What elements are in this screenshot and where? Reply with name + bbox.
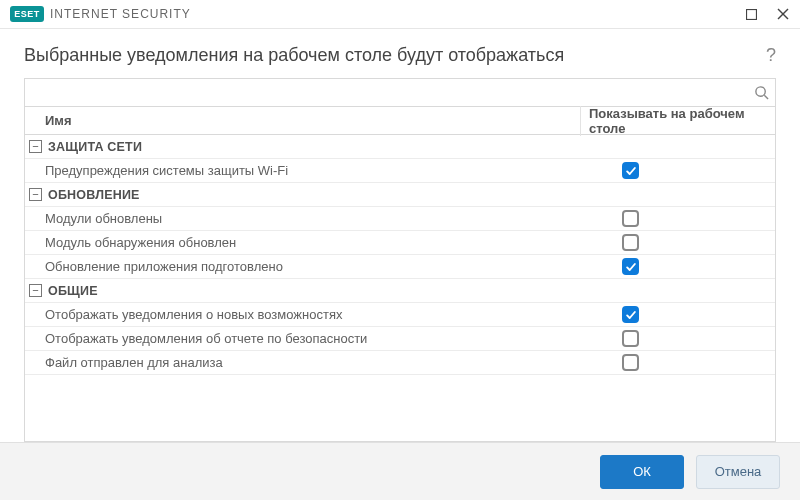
search-row xyxy=(25,79,775,107)
group-label: ОБЩИЕ xyxy=(48,284,98,298)
show-checkbox[interactable] xyxy=(622,162,639,179)
group-header-general: −ОБЩИЕ xyxy=(25,279,775,303)
notifications-panel: Имя Показывать на рабочем столе −ЗАЩИТА … xyxy=(24,78,776,442)
svg-line-4 xyxy=(764,95,768,99)
window-controls xyxy=(744,7,790,21)
notification-row: Отображать уведомления о новых возможнос… xyxy=(25,303,775,327)
notification-row: Файл отправлен для анализа xyxy=(25,351,775,375)
collapse-toggle[interactable]: − xyxy=(29,140,42,153)
cancel-button[interactable]: Отмена xyxy=(696,455,780,489)
notification-row: Модуль обнаружения обновлен xyxy=(25,231,775,255)
brand-logo: ESET INTERNET SECURITY xyxy=(10,6,191,22)
group-label: ОБНОВЛЕНИЕ xyxy=(48,188,140,202)
collapse-toggle[interactable]: − xyxy=(29,188,42,201)
search-icon[interactable] xyxy=(754,85,769,100)
show-checkbox[interactable] xyxy=(622,330,639,347)
rows-container: −ЗАЩИТА СЕТИПредупреждения системы защит… xyxy=(25,135,775,375)
show-checkbox[interactable] xyxy=(622,306,639,323)
dialog-footer: ОК Отмена xyxy=(0,442,800,500)
notification-row: Модули обновлены xyxy=(25,207,775,231)
row-label: Файл отправлен для анализа xyxy=(25,355,580,370)
collapse-toggle[interactable]: − xyxy=(29,284,42,297)
brand-badge: ESET xyxy=(10,6,44,22)
show-checkbox[interactable] xyxy=(622,258,639,275)
row-label: Обновление приложения подготовлено xyxy=(25,259,580,274)
row-label: Отображать уведомления о новых возможнос… xyxy=(25,307,580,322)
svg-point-3 xyxy=(756,87,765,96)
close-button[interactable] xyxy=(776,7,790,21)
group-label: ЗАЩИТА СЕТИ xyxy=(48,140,142,154)
maximize-button[interactable] xyxy=(744,7,758,21)
col-name: Имя xyxy=(25,113,580,128)
row-label: Отображать уведомления об отчете по безо… xyxy=(25,331,580,346)
notification-row: Отображать уведомления об отчете по безо… xyxy=(25,327,775,351)
row-label: Модули обновлены xyxy=(25,211,580,226)
column-headers: Имя Показывать на рабочем столе xyxy=(25,107,775,135)
group-header-update: −ОБНОВЛЕНИЕ xyxy=(25,183,775,207)
search-input[interactable] xyxy=(33,85,754,100)
notification-row: Обновление приложения подготовлено xyxy=(25,255,775,279)
group-header-network: −ЗАЩИТА СЕТИ xyxy=(25,135,775,159)
col-show: Показывать на рабочем столе xyxy=(580,106,775,136)
svg-rect-0 xyxy=(746,9,756,19)
page-header: Выбранные уведомления на рабочем столе б… xyxy=(0,29,800,78)
page-title: Выбранные уведомления на рабочем столе б… xyxy=(24,45,564,66)
ok-button[interactable]: ОК xyxy=(600,455,684,489)
notification-row: Предупреждения системы защиты Wi-Fi xyxy=(25,159,775,183)
show-checkbox[interactable] xyxy=(622,210,639,227)
row-label: Модуль обнаружения обновлен xyxy=(25,235,580,250)
show-checkbox[interactable] xyxy=(622,354,639,371)
show-checkbox[interactable] xyxy=(622,234,639,251)
help-icon[interactable]: ? xyxy=(766,45,776,66)
titlebar: ESET INTERNET SECURITY xyxy=(0,0,800,29)
product-name: INTERNET SECURITY xyxy=(50,7,191,21)
row-label: Предупреждения системы защиты Wi-Fi xyxy=(25,163,580,178)
